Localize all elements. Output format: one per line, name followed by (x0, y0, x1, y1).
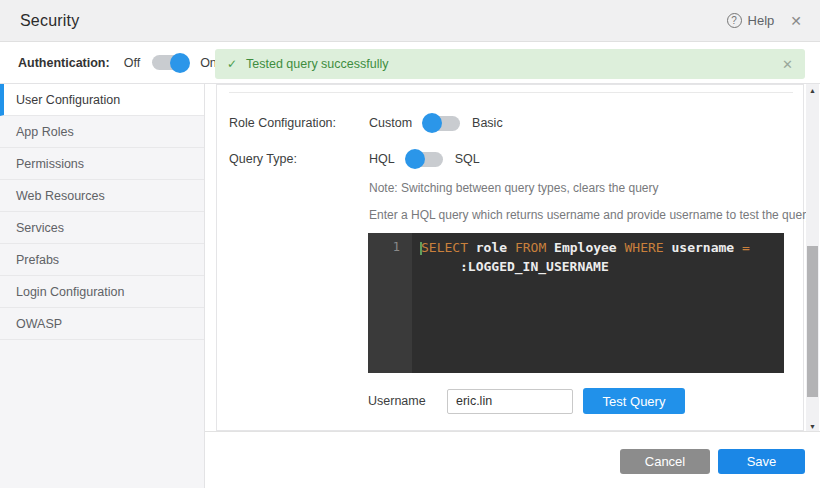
code-editor-lines: 1SELECT role FROM Employee WHERE usernam… (368, 233, 784, 276)
role-configuration-label: Role Configuration: (229, 116, 369, 130)
toggle-knob (170, 53, 190, 73)
role-configuration-toggle[interactable] (424, 116, 460, 131)
code-text: SELECT role FROM Employee WHERE username… (412, 238, 750, 257)
role-configuration-row: Role Configuration: Custom Basic (229, 113, 503, 133)
sidebar-item-user-configuration[interactable]: User Configuration (0, 84, 204, 116)
cancel-button[interactable]: Cancel (620, 449, 710, 474)
dialog-footer: Cancel Save (205, 431, 820, 488)
close-icon[interactable]: ✕ (790, 13, 802, 29)
sidebar-item-web-resources[interactable]: Web Resources (0, 180, 204, 212)
query-hql-label: HQL (369, 152, 395, 166)
role-custom-label: Custom (369, 116, 412, 130)
test-query-button[interactable]: Test Query (583, 388, 685, 414)
help-button[interactable]: ? Help (727, 13, 775, 28)
user-configuration-panel: Role Configuration: Custom Basic Query T… (216, 84, 804, 431)
username-label: Username (368, 394, 447, 408)
code-editor[interactable]: 1SELECT role FROM Employee WHERE usernam… (368, 233, 784, 373)
banner-message: Tested query successfully (246, 57, 388, 71)
sidebar-item-login-configuration[interactable]: Login Configuration (0, 276, 204, 308)
query-sql-label: SQL (455, 152, 480, 166)
code-text: :LOGGED_IN_USERNAME (412, 257, 609, 276)
username-input[interactable] (447, 389, 573, 414)
code-line: :LOGGED_IN_USERNAME (368, 257, 784, 276)
line-number (368, 257, 412, 276)
query-type-note: Note: Switching between query types, cle… (369, 181, 659, 195)
panel-divider (229, 92, 793, 93)
line-number: 1 (368, 238, 412, 257)
authentication-toggle[interactable] (152, 55, 188, 70)
sidebar-item-permissions[interactable]: Permissions (0, 148, 204, 180)
toggle-knob (422, 113, 442, 133)
scroll-down-icon[interactable]: ▼ (806, 423, 819, 430)
help-icon: ? (727, 13, 742, 28)
security-dialog: Security ? Help ✕ Authentication: Off On… (0, 0, 820, 488)
query-type-label: Query Type: (229, 152, 369, 166)
authentication-off-label: Off (124, 56, 140, 70)
query-type-toggle[interactable] (407, 152, 443, 167)
toggle-knob (405, 149, 425, 169)
sidebar-item-owasp[interactable]: OWASP (0, 308, 204, 340)
help-label: Help (748, 13, 775, 28)
banner-dismiss-icon[interactable]: ✕ (782, 57, 793, 72)
code-line: 1SELECT role FROM Employee WHERE usernam… (368, 238, 784, 257)
sidebar-item-services[interactable]: Services (0, 212, 204, 244)
authentication-label: Authentication: (18, 56, 110, 70)
vertical-scrollbar[interactable]: ▲ ▼ (806, 84, 819, 433)
page-title: Security (20, 12, 79, 30)
query-type-row: Query Type: HQL SQL (229, 149, 480, 169)
username-row: Username Test Query (368, 388, 685, 414)
sidebar: User Configuration App Roles Permissions… (0, 84, 205, 488)
sidebar-item-app-roles[interactable]: App Roles (0, 116, 204, 148)
success-banner: ✓ Tested query successfully ✕ (215, 49, 805, 79)
save-button[interactable]: Save (718, 449, 805, 474)
scrollbar-thumb[interactable] (807, 246, 818, 397)
title-bar: Security ? Help ✕ (0, 0, 820, 42)
query-hint: Enter a HQL query which returns username… (369, 208, 812, 222)
scroll-up-icon[interactable]: ▲ (806, 87, 819, 94)
check-icon: ✓ (227, 57, 237, 71)
titlebar-actions: ? Help ✕ (727, 13, 802, 29)
role-basic-label: Basic (472, 116, 503, 130)
sidebar-item-prefabs[interactable]: Prefabs (0, 244, 204, 276)
